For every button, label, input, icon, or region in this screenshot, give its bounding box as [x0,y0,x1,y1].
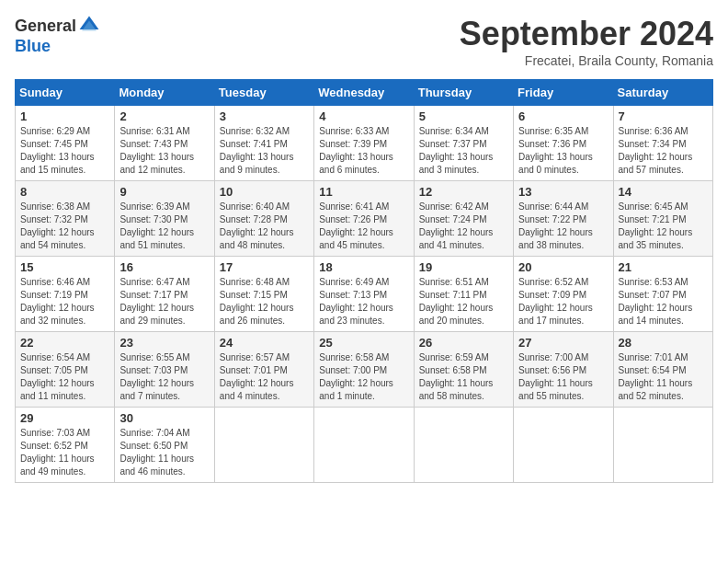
cell-info: Sunrise: 6:34 AMSunset: 7:37 PMDaylight:… [419,125,508,177]
col-header-saturday: Saturday [613,80,712,106]
calendar-cell [613,408,712,483]
day-number: 11 [319,185,408,199]
cell-info: Sunrise: 6:36 AMSunset: 7:34 PMDaylight:… [619,125,708,177]
calendar-cell: 23Sunrise: 6:55 AMSunset: 7:03 PMDayligh… [115,332,214,408]
day-number: 13 [518,185,608,199]
logo-general-text: General [15,17,76,36]
day-number: 10 [220,185,309,199]
calendar-cell [214,408,313,483]
day-number: 20 [518,260,608,274]
day-number: 21 [619,260,708,274]
cell-info: Sunrise: 6:35 AMSunset: 7:36 PMDaylight:… [518,125,608,177]
col-header-sunday: Sunday [16,80,115,106]
calendar-cell: 18Sunrise: 6:49 AMSunset: 7:13 PMDayligh… [314,257,414,332]
cell-info: Sunrise: 6:38 AMSunset: 7:32 PMDaylight:… [20,201,109,252]
day-number: 7 [619,109,708,123]
day-number: 1 [20,109,109,123]
cell-info: Sunrise: 7:01 AMSunset: 6:54 PMDaylight:… [619,351,708,403]
day-number: 9 [119,185,209,199]
calendar-cell: 27Sunrise: 7:00 AMSunset: 6:56 PMDayligh… [514,332,613,408]
cell-info: Sunrise: 6:41 AMSunset: 7:26 PMDaylight:… [319,201,408,252]
logo: General Blue [15,15,100,56]
day-number: 22 [20,336,109,350]
calendar-cell: 26Sunrise: 6:59 AMSunset: 6:58 PMDayligh… [414,332,513,408]
cell-info: Sunrise: 6:55 AMSunset: 7:03 PMDaylight:… [119,351,209,403]
calendar-cell: 10Sunrise: 6:40 AMSunset: 7:28 PMDayligh… [214,181,313,257]
cell-info: Sunrise: 6:44 AMSunset: 7:22 PMDaylight:… [518,201,608,252]
day-number: 26 [419,336,508,350]
calendar-table: SundayMondayTuesdayWednesdayThursdayFrid… [15,79,713,483]
day-number: 2 [119,109,209,123]
day-number: 6 [518,109,608,123]
cell-info: Sunrise: 6:57 AMSunset: 7:01 PMDaylight:… [220,351,309,403]
calendar-cell: 6Sunrise: 6:35 AMSunset: 7:36 PMDaylight… [514,106,613,181]
calendar-cell: 12Sunrise: 6:42 AMSunset: 7:24 PMDayligh… [414,181,513,257]
cell-info: Sunrise: 7:03 AMSunset: 6:52 PMDaylight:… [20,427,109,478]
calendar-cell: 13Sunrise: 6:44 AMSunset: 7:22 PMDayligh… [514,181,613,257]
cell-info: Sunrise: 6:32 AMSunset: 7:41 PMDaylight:… [220,125,309,177]
day-number: 25 [319,336,408,350]
calendar-cell: 16Sunrise: 6:47 AMSunset: 7:17 PMDayligh… [115,257,214,332]
cell-info: Sunrise: 6:31 AMSunset: 7:43 PMDaylight:… [119,125,209,177]
calendar-cell: 9Sunrise: 6:39 AMSunset: 7:30 PMDaylight… [115,181,214,257]
logo-icon [78,15,100,37]
calendar-cell: 5Sunrise: 6:34 AMSunset: 7:37 PMDaylight… [414,106,513,181]
calendar-cell: 17Sunrise: 6:48 AMSunset: 7:15 PMDayligh… [214,257,313,332]
logo-blue-text: Blue [15,37,51,56]
col-header-wednesday: Wednesday [314,80,414,106]
cell-info: Sunrise: 6:54 AMSunset: 7:05 PMDaylight:… [20,351,109,403]
location-subtitle: Frecatei, Braila County, Romania [460,53,713,68]
cell-info: Sunrise: 6:51 AMSunset: 7:11 PMDaylight:… [419,276,508,327]
cell-info: Sunrise: 6:59 AMSunset: 6:58 PMDaylight:… [419,351,508,403]
cell-info: Sunrise: 6:45 AMSunset: 7:21 PMDaylight:… [619,201,708,252]
calendar-header-row: SundayMondayTuesdayWednesdayThursdayFrid… [16,80,713,106]
calendar-cell: 2Sunrise: 6:31 AMSunset: 7:43 PMDaylight… [115,106,214,181]
col-header-thursday: Thursday [414,80,513,106]
calendar-cell: 21Sunrise: 6:53 AMSunset: 7:07 PMDayligh… [613,257,712,332]
page-header: General Blue September 2024 Frecatei, Br… [15,15,713,68]
day-number: 27 [518,336,608,350]
cell-info: Sunrise: 6:49 AMSunset: 7:13 PMDaylight:… [319,276,408,327]
calendar-cell: 11Sunrise: 6:41 AMSunset: 7:26 PMDayligh… [314,181,414,257]
day-number: 29 [20,411,109,425]
calendar-cell: 15Sunrise: 6:46 AMSunset: 7:19 PMDayligh… [16,257,115,332]
calendar-cell: 7Sunrise: 6:36 AMSunset: 7:34 PMDaylight… [613,106,712,181]
calendar-cell: 22Sunrise: 6:54 AMSunset: 7:05 PMDayligh… [16,332,115,408]
month-title: September 2024 [460,15,713,53]
col-header-friday: Friday [514,80,613,106]
day-number: 15 [20,260,109,274]
calendar-cell [314,408,414,483]
cell-info: Sunrise: 6:42 AMSunset: 7:24 PMDaylight:… [419,201,508,252]
cell-info: Sunrise: 6:46 AMSunset: 7:19 PMDaylight:… [20,276,109,327]
day-number: 3 [220,109,309,123]
day-number: 18 [319,260,408,274]
calendar-cell: 4Sunrise: 6:33 AMSunset: 7:39 PMDaylight… [314,106,414,181]
calendar-cell: 28Sunrise: 7:01 AMSunset: 6:54 PMDayligh… [613,332,712,408]
day-number: 19 [419,260,508,274]
day-number: 30 [119,411,209,425]
calendar-cell: 30Sunrise: 7:04 AMSunset: 6:50 PMDayligh… [115,408,214,483]
calendar-cell: 20Sunrise: 6:52 AMSunset: 7:09 PMDayligh… [514,257,613,332]
day-number: 17 [220,260,309,274]
cell-info: Sunrise: 6:58 AMSunset: 7:00 PMDaylight:… [319,351,408,403]
day-number: 4 [319,109,408,123]
cell-info: Sunrise: 6:29 AMSunset: 7:45 PMDaylight:… [20,125,109,177]
day-number: 24 [220,336,309,350]
day-number: 5 [419,109,508,123]
calendar-cell [414,408,513,483]
cell-info: Sunrise: 6:40 AMSunset: 7:28 PMDaylight:… [220,201,309,252]
day-number: 28 [619,336,708,350]
calendar-cell: 8Sunrise: 6:38 AMSunset: 7:32 PMDaylight… [16,181,115,257]
calendar-cell: 3Sunrise: 6:32 AMSunset: 7:41 PMDaylight… [214,106,313,181]
cell-info: Sunrise: 6:53 AMSunset: 7:07 PMDaylight:… [619,276,708,327]
cell-info: Sunrise: 6:52 AMSunset: 7:09 PMDaylight:… [518,276,608,327]
cell-info: Sunrise: 6:47 AMSunset: 7:17 PMDaylight:… [119,276,209,327]
calendar-cell: 25Sunrise: 6:58 AMSunset: 7:00 PMDayligh… [314,332,414,408]
title-area: September 2024 Frecatei, Braila County, … [460,15,713,68]
day-number: 16 [119,260,209,274]
day-number: 8 [20,185,109,199]
cell-info: Sunrise: 7:00 AMSunset: 6:56 PMDaylight:… [518,351,608,403]
cell-info: Sunrise: 7:04 AMSunset: 6:50 PMDaylight:… [119,427,209,478]
day-number: 23 [119,336,209,350]
calendar-cell: 24Sunrise: 6:57 AMSunset: 7:01 PMDayligh… [214,332,313,408]
